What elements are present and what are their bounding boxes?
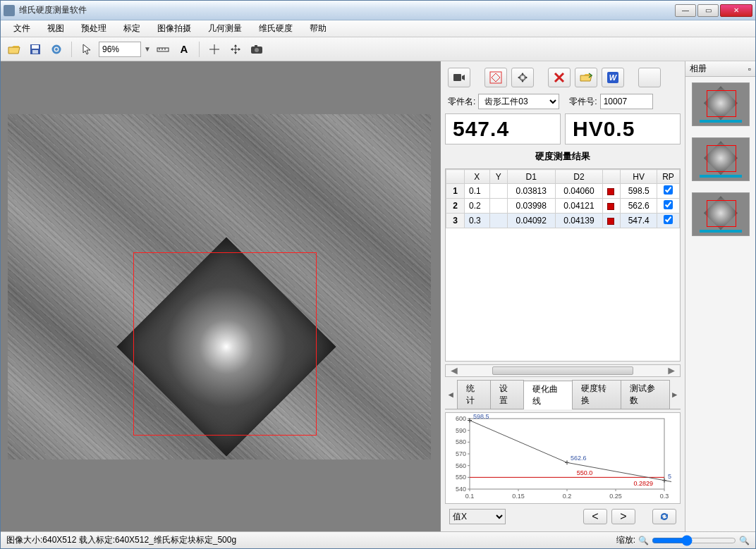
album-thumbnail[interactable]	[692, 82, 750, 126]
axis-select[interactable]: 值X	[449, 509, 506, 524]
alert-icon	[607, 218, 614, 225]
auto-measure-icon[interactable]	[511, 68, 534, 87]
word-export-icon[interactable]: W	[602, 68, 624, 87]
table-row[interactable]: 1 0.1 0.03813 0.04060 598.5	[446, 184, 680, 199]
open-button[interactable]	[5, 40, 23, 58]
image-viewer[interactable]: 0.05 mm	[1, 61, 441, 531]
hardening-curve-chart: 5405505605705805906000.10.150.20.250.355…	[445, 412, 681, 504]
menu-help[interactable]: 帮助	[301, 21, 335, 36]
rp-checkbox[interactable]	[664, 215, 673, 224]
album-panel: 相册 ▫	[685, 61, 755, 531]
tab-params[interactable]: 测试参数	[621, 380, 670, 409]
album-header: 相册 ▫	[685, 61, 755, 77]
svg-text:598.5: 598.5	[473, 413, 489, 420]
zoom-out-icon[interactable]: 🔍	[638, 536, 649, 545]
album-thumbnail[interactable]	[692, 192, 750, 236]
menu-calibrate[interactable]: 标定	[115, 21, 149, 36]
rp-checkbox[interactable]	[664, 200, 673, 209]
close-button[interactable]: ✕	[720, 4, 752, 17]
part-name-label: 零件名:	[448, 96, 475, 108]
refresh-button[interactable]	[652, 509, 676, 524]
status-bar: 图像大小:640X512 载入标定:640X512_维氏标定块标定_500g 缩…	[1, 531, 755, 548]
pointer-button[interactable]	[78, 40, 96, 58]
svg-rect-2	[32, 50, 38, 54]
svg-rect-1	[32, 45, 39, 49]
menu-geometry[interactable]: 几何测量	[200, 21, 250, 36]
part-num-label: 零件号:	[569, 96, 597, 108]
zoom-select[interactable]	[99, 42, 141, 57]
album-pin-icon[interactable]: ▫	[748, 64, 751, 74]
svg-text:0.25: 0.25	[609, 493, 622, 500]
table-empty-area	[446, 228, 680, 361]
tab-convert[interactable]: 硬度转换	[572, 380, 621, 409]
svg-text:0.3: 0.3	[660, 493, 669, 500]
delete-icon[interactable]	[548, 68, 571, 87]
table-row[interactable]: 3 0.3 0.04092 0.04139 547.4	[446, 214, 680, 228]
tab-stats[interactable]: 统计	[457, 380, 491, 409]
zoom-in-icon[interactable]: 🔍	[739, 536, 750, 545]
big-value-row: 547.4 HV0.5	[445, 113, 681, 144]
svg-text:562.6: 562.6	[571, 455, 587, 462]
camera-button[interactable]	[248, 40, 266, 58]
minimize-button[interactable]: —	[675, 4, 696, 17]
svg-text:W: W	[609, 73, 618, 82]
svg-text:550: 550	[456, 474, 466, 481]
tab-strip: ◄ 统计 设置 硬化曲线 硬度转换 测试参数 ►	[445, 380, 681, 409]
microscope-image: 0.05 mm	[8, 114, 431, 459]
menu-bar: 文件 视图 预处理 标定 图像拍摄 几何测量 维氏硬度 帮助	[1, 20, 755, 37]
rp-checkbox[interactable]	[664, 185, 673, 195]
album-thumbnail[interactable]	[692, 137, 750, 181]
app-window: 维氏硬度测量软件 — ▭ ✕ 文件 视图 预处理 标定 图像拍摄 几何测量 维氏…	[0, 0, 756, 549]
table-row[interactable]: 2 0.2 0.03998 0.04121 562.6	[446, 199, 680, 214]
tab-settings[interactable]: 设置	[490, 380, 524, 409]
menu-capture[interactable]: 图像拍摄	[149, 21, 200, 36]
svg-point-14	[255, 48, 259, 52]
svg-text:540: 540	[456, 486, 466, 493]
menu-preprocess[interactable]: 预处理	[73, 21, 115, 36]
table-h-scrollbar[interactable]: ◄ ►	[445, 364, 681, 377]
zoom-slider[interactable]	[652, 535, 736, 546]
text-button[interactable]: A	[175, 40, 193, 58]
table-header-row: X Y D1 D2 HV RP	[446, 170, 680, 184]
svg-point-4	[55, 48, 58, 51]
main-area: 0.05 mm W 零件名:	[1, 61, 755, 531]
tab-scroll-right[interactable]: ►	[669, 390, 681, 400]
svg-text:550.0: 550.0	[577, 469, 593, 476]
zoom-control: 缩放: 🔍 🔍	[616, 534, 750, 546]
svg-rect-21	[470, 419, 664, 489]
settings-button[interactable]	[47, 40, 66, 58]
tab-curve[interactable]: 硬化曲线	[523, 381, 573, 409]
svg-text:590: 590	[456, 427, 466, 434]
next-button[interactable]: >	[611, 509, 635, 524]
video-icon[interactable]	[448, 68, 470, 87]
menu-vickers[interactable]: 维氏硬度	[250, 21, 301, 36]
move-button[interactable]	[226, 40, 245, 58]
prev-button[interactable]: <	[583, 509, 607, 524]
svg-rect-16	[453, 74, 461, 81]
menu-file[interactable]: 文件	[5, 21, 39, 36]
part-info-row: 零件名: 齿形工件03 零件号:	[445, 92, 681, 111]
action-icon-row: W	[445, 66, 681, 90]
ruler-button[interactable]	[154, 40, 172, 58]
crosshair-button[interactable]	[205, 40, 224, 58]
part-num-input[interactable]	[600, 94, 653, 109]
alert-icon	[607, 203, 614, 210]
blank-icon[interactable]	[638, 68, 661, 87]
svg-text:570: 570	[456, 450, 466, 457]
menu-view[interactable]: 视图	[39, 21, 73, 36]
results-heading: 硬度测量结果	[445, 147, 681, 166]
maximize-button[interactable]: ▭	[697, 4, 719, 17]
folder-open-icon[interactable]	[575, 68, 597, 87]
detection-box[interactable]	[133, 252, 317, 436]
save-button[interactable]	[26, 40, 44, 58]
title-bar: 维氏硬度测量软件 — ▭ ✕	[1, 1, 755, 20]
part-name-select[interactable]: 齿形工件03	[478, 94, 559, 109]
scale-display: HV0.5	[565, 113, 681, 144]
svg-text:547.4: 547.4	[668, 473, 671, 480]
svg-text:580: 580	[456, 438, 466, 445]
tab-scroll-left[interactable]: ◄	[445, 390, 457, 400]
svg-text:600: 600	[456, 415, 466, 422]
diamond-detect-icon[interactable]	[484, 68, 507, 87]
svg-rect-15	[255, 45, 257, 47]
window-title: 维氏硬度测量软件	[19, 4, 87, 16]
